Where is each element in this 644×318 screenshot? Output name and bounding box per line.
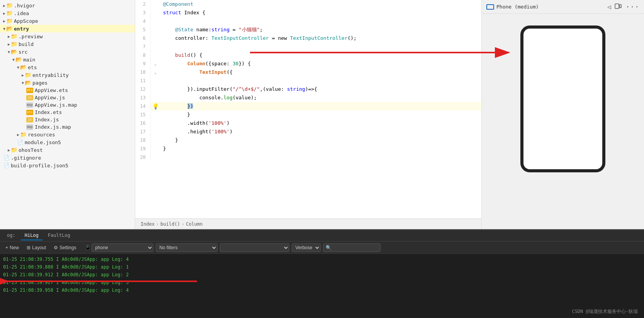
tree-label: build [19, 41, 34, 47]
code-text: struct Index { [160, 9, 481, 17]
tree-label: pages [32, 80, 48, 86]
preview-actions[interactable]: ◁ ··· [607, 3, 639, 10]
tree-item-appview-js-map[interactable]: map AppView.js.map [0, 101, 135, 109]
tag-select[interactable] [220, 243, 289, 252]
device-select-wrapper[interactable]: 📱 phone [85, 243, 153, 252]
tree-label: Index.ets [35, 109, 62, 115]
new-button[interactable]: + New [3, 244, 21, 251]
settings-button[interactable]: ⚙ Settings [51, 244, 78, 251]
folder-icon: 📁 [11, 147, 17, 153]
gutter [151, 153, 160, 162]
line-number: 13 [135, 94, 151, 102]
code-text: TextInput({ [160, 68, 481, 77]
search-input[interactable] [331, 243, 378, 252]
tree-item-idea[interactable]: ▶ 📁 .idea [0, 9, 135, 17]
line-number: 14 [135, 102, 151, 111]
breadcrumb-part-2[interactable]: build() [160, 221, 180, 227]
svg-rect-1 [620, 5, 621, 8]
tree-label: build-profile.json5 [11, 163, 68, 168]
tab-hilog[interactable]: HiLog [21, 231, 42, 240]
tree-item-ets[interactable]: ▼ 📂 ets [0, 63, 135, 71]
layout-button[interactable]: ⊞ Layout [24, 244, 48, 251]
tree-item-main[interactable]: ▼ 📂 main [0, 56, 135, 63]
collapse-arrow: ▼ [8, 50, 10, 54]
code-text: @State name:string = "小猫猫"; [160, 26, 481, 34]
code-line-20: 20 [135, 153, 481, 162]
file-js-icon: js [26, 117, 33, 122]
preview-toolbar: Phone (medium) ◁ ··· [482, 0, 644, 14]
tree-item-appview-ets[interactable]: ets AppView.ets [0, 87, 135, 94]
level-select[interactable]: Verbose [292, 243, 321, 252]
tree-item-build[interactable]: ▶ 📁 build [0, 40, 135, 48]
tree-label: entryability [32, 72, 69, 78]
device-label-text: Phone (medium) [496, 4, 539, 10]
code-editor[interactable]: 2 @Component 3 struct Index { 4 5 @St [135, 0, 482, 229]
rotate-button[interactable] [615, 3, 622, 10]
filter-select[interactable]: No filters [156, 243, 217, 252]
code-line-9: 9 ⌄ Column({space: 30}) { [135, 60, 481, 68]
file-tree[interactable]: ▶ 📁 .hvigor ▶ 📁 .idea ▶ 📁 AppScope ▼ 📂 e… [0, 0, 135, 229]
tree-item-preview[interactable]: ▶ 📁 .preview [0, 32, 135, 40]
tab-og[interactable]: og: [3, 231, 19, 240]
tree-item-pages[interactable]: ▼ 📂 pages [0, 79, 135, 87]
tree-item-build-profile[interactable]: 📄 build-profile.json5 [0, 162, 135, 169]
folder-icon: 📂 [11, 49, 17, 55]
editor-content[interactable]: 2 @Component 3 struct Index { 4 5 @St [135, 0, 481, 218]
tree-item-resources[interactable]: ▶ 📁 resources [0, 131, 135, 138]
tree-item-appscope[interactable]: ▶ 📁 AppScope [0, 17, 135, 25]
tree-item-entryability[interactable]: ▶ 📁 entryability [0, 71, 135, 79]
tree-item-module-json5[interactable]: 📄 module.json5 [0, 138, 135, 146]
collapse-arrow: ▶ [17, 133, 19, 137]
code-text: build() { [160, 51, 481, 60]
tree-label: .preview [19, 34, 43, 39]
gutter [151, 94, 160, 102]
breadcrumb-part-3[interactable]: Column [186, 221, 202, 227]
tree-item-hvigor[interactable]: ▶ 📁 .hvigor [0, 2, 135, 9]
log-tabs[interactable]: og: HiLog FaultLog [0, 230, 644, 241]
tree-item-index-js[interactable]: js Index.js [0, 116, 135, 123]
tree-item-index-js-map[interactable]: map Index.js.map [0, 123, 135, 131]
gutter [151, 128, 160, 136]
tree-item-ohostest[interactable]: ▶ 📁 ohosTest [0, 146, 135, 154]
code-text [160, 43, 481, 51]
code-line-16: 16 .width('100%') [135, 119, 481, 128]
code-text: .width('100%') [160, 119, 481, 128]
line-number: 8 [135, 51, 151, 60]
tree-label: .idea [14, 10, 29, 16]
search-wrapper[interactable]: 🔍 [323, 243, 381, 252]
collapse-arrow: ▶ [22, 73, 24, 77]
line-number: 20 [135, 153, 151, 162]
code-text [160, 17, 481, 26]
tree-label: AppView.js [35, 95, 65, 100]
code-line-4: 4 [135, 17, 481, 26]
tree-item-src[interactable]: ▼ 📂 src [0, 48, 135, 56]
log-filters[interactable]: 📱 phone No filters Verbose 🔍 [85, 243, 381, 252]
collapse-arrow: ▶ [8, 34, 10, 39]
file-map-icon: map [26, 124, 33, 130]
gutter [151, 17, 160, 26]
tree-item-entry[interactable]: ▼ 📂 entry [0, 25, 135, 32]
back-button[interactable]: ◁ [607, 3, 611, 10]
folder-icon: 📂 [15, 56, 22, 63]
tree-label: resources [28, 132, 55, 138]
tree-item-index-ets[interactable]: ets Index.ets [0, 109, 135, 116]
folder-icon: 📁 [6, 10, 12, 16]
file-js-icon: js [26, 95, 33, 100]
layout-icon: ⊞ [27, 245, 31, 250]
line-number: 3 [135, 9, 151, 17]
search-icon: 🔍 [326, 245, 331, 250]
collapse-arrow: ▶ [8, 42, 10, 46]
line-number: 12 [135, 85, 151, 94]
code-line-13: 13 console.log(value); [135, 94, 481, 102]
tree-label: main [23, 57, 35, 63]
folder-icon: 📂 [25, 80, 31, 86]
tree-item-gitignore[interactable]: 📄 .gitignore [0, 154, 135, 162]
code-text: .height('100%') [160, 128, 481, 136]
line-number: 2 [135, 0, 151, 9]
tab-faultlog[interactable]: FaultLog [44, 231, 74, 240]
breadcrumb-part-1[interactable]: Index [141, 221, 155, 227]
log-toolbar[interactable]: + New ⊞ Layout ⚙ Settings 📱 phone No fil… [0, 241, 644, 254]
device-select[interactable]: phone [92, 243, 153, 252]
more-button[interactable]: ··· [625, 3, 639, 10]
tree-item-appview-js[interactable]: js AppView.js [0, 94, 135, 101]
